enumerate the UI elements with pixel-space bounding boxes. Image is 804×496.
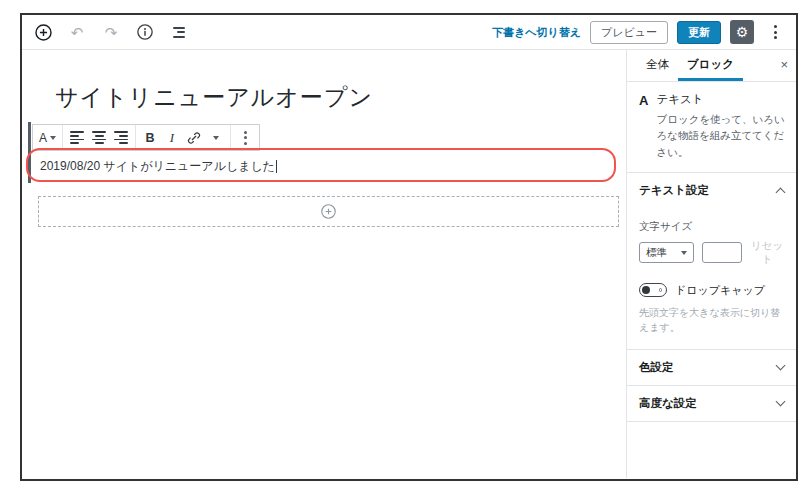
- italic-icon: I: [170, 130, 174, 146]
- settings-sidebar: 全体 ブロック × A テキスト ブロックを使って、いろいろな物語を組み立ててく…: [626, 50, 796, 478]
- align-center-button[interactable]: [88, 126, 110, 149]
- text-settings-panel: 文字サイズ 標準 リセット ドロップキ: [627, 208, 796, 350]
- drop-cap-toggle[interactable]: [639, 283, 667, 297]
- kebab-menu-icon: [774, 25, 777, 39]
- chevron-down-icon: [213, 136, 219, 140]
- selected-block-indicator: [28, 122, 31, 183]
- undo-button[interactable]: ↶: [65, 20, 89, 44]
- post-title-input[interactable]: サイトリニューアルオープン: [55, 82, 373, 113]
- font-size-selected-value: 標準: [646, 246, 667, 260]
- content-structure-button[interactable]: [133, 20, 157, 44]
- reset-font-size-button[interactable]: リセット: [750, 239, 784, 267]
- panel-title: テキスト設定: [639, 183, 709, 198]
- align-left-button[interactable]: [66, 126, 88, 149]
- bold-icon: B: [146, 131, 155, 145]
- font-size-select[interactable]: 標準: [639, 242, 694, 263]
- panel-text-settings-header[interactable]: テキスト設定: [627, 173, 796, 208]
- block-options-button[interactable]: [234, 126, 256, 149]
- add-block-button[interactable]: [31, 20, 55, 44]
- custom-font-size-input[interactable]: [702, 242, 742, 263]
- header-right-tools: 下書きへ切り替え プレビュー 更新 ⚙: [492, 20, 787, 44]
- preview-button[interactable]: プレビュー: [590, 21, 668, 44]
- chevron-up-icon: [776, 187, 786, 197]
- undo-icon: ↶: [71, 25, 84, 40]
- gear-icon: ⚙: [736, 24, 749, 40]
- kebab-menu-icon: [244, 131, 247, 145]
- editor-body: サイトリニューアルオープン A: [22, 50, 796, 478]
- block-appender[interactable]: [38, 196, 619, 227]
- block-navigation-button[interactable]: [167, 20, 191, 44]
- block-card: A テキスト ブロックを使って、いろいろな物語を組み立ててください。: [627, 82, 796, 173]
- drop-cap-label: ドロップキャップ: [675, 283, 765, 298]
- close-sidebar-button[interactable]: ×: [780, 58, 788, 71]
- info-icon: [136, 23, 154, 41]
- paragraph-block[interactable]: 2019/08/20 サイトがリニューアルしました: [40, 158, 277, 175]
- screenshot-canvas: ↶ ↷ 下書きへ切り替え プレビュー: [0, 0, 804, 496]
- drop-cap-help-text: 先頭文字を大きな表示に切り替えます。: [639, 305, 784, 335]
- toggle-off-pin: [659, 288, 663, 292]
- settings-toggle-button[interactable]: ⚙: [730, 20, 754, 44]
- block-card-description: ブロックを使って、いろいろな物語を組み立ててください。: [656, 111, 786, 160]
- align-center-icon: [92, 131, 106, 144]
- tab-block[interactable]: ブロック: [678, 50, 743, 81]
- switch-to-draft-button[interactable]: 下書きへ切り替え: [492, 25, 581, 40]
- sidebar-tabs: 全体 ブロック ×: [627, 50, 796, 82]
- more-tools-button[interactable]: [763, 20, 787, 44]
- block-card-body: テキスト ブロックを使って、いろいろな物語を組み立ててください。: [656, 92, 786, 160]
- align-right-icon: [114, 131, 128, 144]
- block-toolbar: A: [32, 124, 260, 151]
- align-right-button[interactable]: [110, 126, 132, 149]
- panel-color-settings-header[interactable]: 色設定: [627, 350, 796, 386]
- toolbar-style-group: A: [33, 125, 63, 150]
- block-type-switcher-button[interactable]: A: [36, 126, 59, 149]
- text-block-icon: A: [639, 92, 648, 160]
- toolbar-more-group: [231, 125, 259, 150]
- chevron-down-icon: [776, 397, 786, 407]
- header-left-tools: ↶ ↷: [31, 20, 191, 44]
- update-button[interactable]: 更新: [677, 21, 721, 44]
- chevron-down-icon: [50, 136, 56, 140]
- editor-window: ↶ ↷ 下書きへ切り替え プレビュー: [20, 13, 798, 481]
- redo-icon: ↷: [105, 25, 118, 40]
- italic-button[interactable]: I: [161, 126, 183, 149]
- tab-document[interactable]: 全体: [637, 50, 678, 81]
- text-cursor: [276, 160, 277, 173]
- chevron-down-icon: [776, 361, 786, 371]
- toolbar-align-group: [63, 125, 136, 150]
- plus-circle-icon: [320, 203, 337, 220]
- drop-cap-row: ドロップキャップ: [639, 283, 784, 298]
- bold-button[interactable]: B: [139, 126, 161, 149]
- editor-header: ↶ ↷ 下書きへ切り替え プレビュー: [22, 15, 796, 50]
- align-left-icon: [70, 131, 84, 144]
- toggle-knob: [642, 286, 650, 294]
- font-size-controls: 標準 リセット: [639, 239, 784, 267]
- panel-title: 高度な設定: [639, 396, 697, 411]
- close-icon: ×: [780, 57, 788, 72]
- panel-title: 色設定: [639, 360, 674, 375]
- toolbar-format-group: B I: [136, 125, 231, 150]
- editor-canvas: サイトリニューアルオープン A: [22, 50, 626, 478]
- chevron-down-icon: [681, 251, 687, 255]
- link-button[interactable]: [183, 126, 205, 149]
- link-icon: [187, 131, 201, 145]
- font-size-label: 文字サイズ: [639, 220, 784, 234]
- block-card-title: テキスト: [656, 92, 786, 107]
- block-navigation-icon: [173, 27, 185, 38]
- letter-a-icon: A: [39, 131, 47, 145]
- plus-circle-icon: [34, 23, 53, 42]
- more-formats-button[interactable]: [205, 126, 227, 149]
- panel-advanced-settings-header[interactable]: 高度な設定: [627, 386, 796, 422]
- paragraph-text: 2019/08/20 サイトがリニューアルしました: [40, 158, 275, 175]
- redo-button[interactable]: ↷: [99, 20, 123, 44]
